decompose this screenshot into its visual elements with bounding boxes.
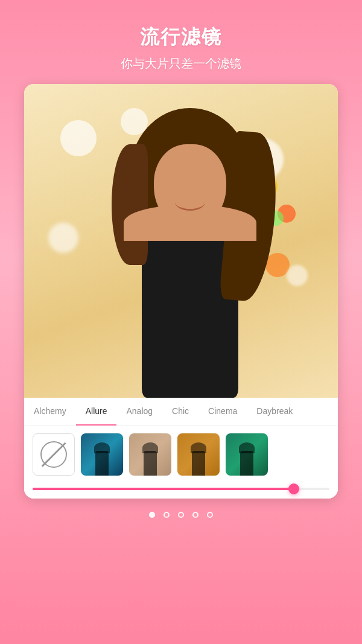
no-filter-icon [40, 441, 67, 468]
thumb-body [192, 451, 205, 476]
thumb-body [95, 451, 109, 476]
thumb-body [240, 451, 253, 476]
tab-allure[interactable]: Allure [76, 398, 117, 426]
tab-alchemy[interactable]: Alchemy [24, 398, 76, 426]
dot-2[interactable] [164, 512, 170, 518]
filter-thumb-chic[interactable] [177, 433, 220, 476]
filter-thumb-allure[interactable] [81, 433, 123, 476]
slider-thumb[interactable] [288, 483, 299, 494]
page-title: 流行滤镜 [121, 24, 241, 51]
tab-cinema[interactable]: Cinema [198, 398, 247, 426]
filter-tabs-bar: Alchemy Allure Analog Chic Cinema Daybre… [24, 398, 338, 426]
slider-fill [33, 488, 294, 490]
dot-5[interactable] [207, 512, 213, 518]
bokeh-orb [60, 120, 97, 156]
thumb-person [90, 442, 114, 476]
dot-1[interactable] [149, 512, 155, 518]
no-filter-button[interactable] [33, 433, 75, 476]
tab-analog[interactable]: Analog [116, 398, 162, 426]
thumb-person [235, 442, 259, 476]
bokeh-orb [287, 265, 308, 286]
thumb-person [138, 442, 162, 476]
filter-thumb-cinema[interactable] [226, 433, 268, 476]
header-section: 流行滤镜 你与大片只差一个滤镜 [109, 0, 253, 84]
person-figure [100, 108, 281, 398]
photo-background [24, 84, 338, 398]
dot-3[interactable] [178, 512, 184, 518]
photo-preview[interactable] [24, 84, 338, 398]
intensity-slider-container [24, 483, 338, 499]
person-face [154, 144, 226, 229]
page-dots-nav [149, 499, 213, 524]
main-card: Alchemy Allure Analog Chic Cinema Daybre… [24, 84, 338, 499]
slider-track[interactable] [33, 488, 329, 490]
filter-thumb-analog[interactable] [129, 433, 171, 476]
thumb-body [144, 451, 157, 476]
filter-previews-row [24, 426, 338, 483]
tab-chic[interactable]: Chic [162, 398, 198, 426]
thumb-person [186, 442, 211, 476]
dot-4[interactable] [192, 512, 198, 518]
page-subtitle: 你与大片只差一个滤镜 [121, 56, 241, 72]
bokeh-orb [48, 223, 78, 253]
tab-daybreak[interactable]: Daybreak [247, 398, 302, 426]
